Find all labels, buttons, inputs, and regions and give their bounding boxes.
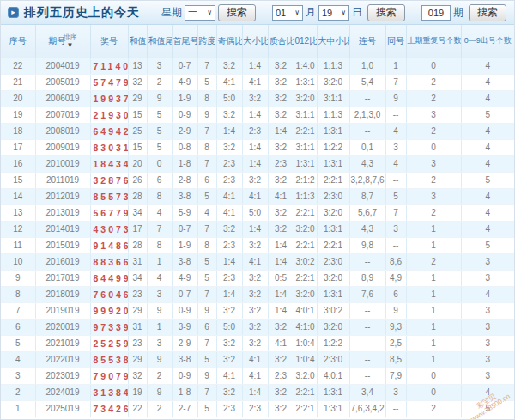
table-cell: 3:2 bbox=[268, 221, 294, 237]
table-cell: 2,5 bbox=[385, 335, 406, 351]
table-cell: 2019019 bbox=[35, 302, 90, 319]
table-cell: 3:0:2 bbox=[317, 302, 349, 319]
table-cell: 9 bbox=[147, 384, 172, 400]
table-cell: 2:3 bbox=[216, 270, 242, 286]
table-cell: 4 bbox=[461, 188, 514, 204]
table-cell: 0-7 bbox=[172, 221, 197, 237]
table-cell: 4:1 bbox=[216, 188, 242, 204]
table-cell: -- bbox=[385, 400, 406, 417]
table-row: 122014019430731770-773:21:43:23:2:01:3:1… bbox=[1, 221, 514, 237]
table-cell: 0 bbox=[406, 384, 461, 400]
month-select[interactable]: 01 ∨ bbox=[272, 5, 303, 21]
table-cell: 4 bbox=[197, 204, 216, 221]
table-cell: 6 bbox=[147, 172, 172, 188]
table-cell: -- bbox=[349, 368, 385, 384]
table-cell: 79079 bbox=[90, 368, 128, 384]
table-cell: 2:2:1 bbox=[294, 204, 317, 221]
table-cell: 1-9 bbox=[172, 237, 197, 253]
table-cell: 8 bbox=[197, 139, 216, 155]
month-label: 月 bbox=[306, 5, 316, 20]
table-cell: 7 bbox=[197, 286, 216, 302]
table-cell: 3:2 bbox=[216, 58, 242, 74]
table-cell: 7 bbox=[197, 58, 216, 74]
table-cell: 85538 bbox=[90, 351, 128, 368]
table-cell: 1 bbox=[406, 319, 461, 335]
table-cell: 4 bbox=[1, 351, 35, 368]
table-cell: 31 bbox=[128, 253, 147, 270]
table-cell: 3:2 bbox=[268, 58, 294, 74]
table-cell: 2 bbox=[406, 253, 461, 270]
table-cell: 1:4 bbox=[242, 58, 268, 74]
col-sum: 和值 bbox=[128, 25, 147, 58]
issue-group: 期 搜索 bbox=[421, 4, 509, 21]
table-cell: 3:2 bbox=[216, 384, 242, 400]
table-cell: 9 bbox=[197, 107, 216, 123]
table-cell: 4:1 bbox=[242, 74, 268, 90]
table-cell: 19 bbox=[1, 107, 35, 123]
table-cell: 13 bbox=[1, 204, 35, 221]
table-cell: -- bbox=[349, 351, 385, 368]
date-group: 01 ∨ 月 19 ∨ 日 搜索 bbox=[272, 4, 408, 21]
date-search-button[interactable]: 搜索 bbox=[367, 4, 405, 21]
issue-label: 期 bbox=[453, 5, 464, 20]
table-cell: 2005019 bbox=[35, 74, 90, 90]
table-cell: 3:2 bbox=[268, 204, 294, 221]
week-search-button[interactable]: 搜索 bbox=[218, 4, 256, 21]
table-cell: 2017019 bbox=[35, 270, 90, 286]
table-cell: 7 bbox=[147, 221, 172, 237]
table-cell: 1:4 bbox=[268, 237, 294, 253]
table-row: 52021019252592332-973:23:24:11:0:41:2:2-… bbox=[1, 335, 514, 351]
table-cell: 2:3 bbox=[216, 400, 242, 417]
issue-input[interactable] bbox=[421, 5, 451, 21]
table-cell: 3:2 bbox=[242, 319, 268, 335]
table-row: 202006019199372991-985:03:23:23:2:03:1:1… bbox=[1, 90, 514, 107]
table-cell: 3:2:0 bbox=[317, 319, 349, 335]
table-cell: 31 bbox=[128, 319, 147, 335]
table-row: 212005019574793224-954:14:13:21:3:13:2:0… bbox=[1, 74, 514, 90]
chevron-down-icon: ∨ bbox=[341, 9, 346, 16]
table-cell: 1:4:0 bbox=[294, 58, 317, 74]
table-cell: 2016019 bbox=[35, 253, 90, 270]
table-cell: 4:1:0 bbox=[294, 319, 317, 335]
table-cell: 18 bbox=[1, 123, 35, 139]
table-cell: 1 bbox=[385, 58, 406, 74]
table-cell: 1:0:4 bbox=[294, 335, 317, 351]
table-cell: 2:2:1 bbox=[294, 384, 317, 400]
table-cell: 3:2 bbox=[242, 302, 268, 319]
table-cell: 5,6,7 bbox=[349, 204, 385, 221]
issue-search-button[interactable]: 搜索 bbox=[469, 4, 506, 21]
table-cell: 4 bbox=[461, 74, 514, 90]
table-header: 序号 期号 排序 ▼ 奖号 和值 和值尾 首尾号 跨度 奇偶比 大小比 bbox=[1, 25, 514, 58]
sort-control[interactable]: 排序 ▼ bbox=[64, 33, 77, 49]
table-cell: 25 bbox=[128, 123, 147, 139]
table-cell: 1:4 bbox=[242, 155, 268, 172]
table-cell: 1:4 bbox=[268, 123, 294, 139]
table-cell: 3 bbox=[147, 286, 172, 302]
page: ▸ 排列五历史上的今天 星期 一 ∨ 搜索 01 ∨ 月 19 ∨ 日 搜索 bbox=[0, 0, 515, 420]
table-cell: 3:2 bbox=[268, 74, 294, 90]
table-cell: 2:3:0 bbox=[317, 351, 349, 368]
table-cell: 3-8 bbox=[172, 253, 197, 270]
table-row: 192007019219301550-993:21:43:23:1:11:1:3… bbox=[1, 107, 514, 123]
table-cell: 2018019 bbox=[35, 286, 90, 302]
table-cell: 23 bbox=[128, 286, 147, 302]
table-cell: 9 bbox=[197, 368, 216, 384]
table-cell: 2004019 bbox=[35, 58, 90, 74]
day-select[interactable]: 19 ∨ bbox=[318, 5, 349, 21]
week-select[interactable]: 一 ∨ bbox=[185, 5, 215, 21]
table-cell: 1:2:2 bbox=[317, 335, 349, 351]
table-cell: 5,4 bbox=[349, 74, 385, 90]
table-cell: 7,6 bbox=[349, 286, 385, 302]
table-cell: 4 bbox=[461, 139, 514, 155]
table-cell: 0-8 bbox=[172, 139, 197, 155]
table-cell: 2006019 bbox=[35, 90, 90, 107]
table-cell: 2021019 bbox=[35, 335, 90, 351]
table-cell: 3 bbox=[385, 139, 406, 155]
table-cell: 1 bbox=[147, 253, 172, 270]
table-cell: 1:3:1 bbox=[294, 74, 317, 90]
col-sum-tail: 和值尾 bbox=[147, 25, 172, 58]
table-cell: 2007019 bbox=[35, 107, 90, 123]
table-cell: 5 bbox=[147, 123, 172, 139]
table-cell: 9 bbox=[197, 302, 216, 319]
table-cell: 13 bbox=[128, 58, 147, 74]
